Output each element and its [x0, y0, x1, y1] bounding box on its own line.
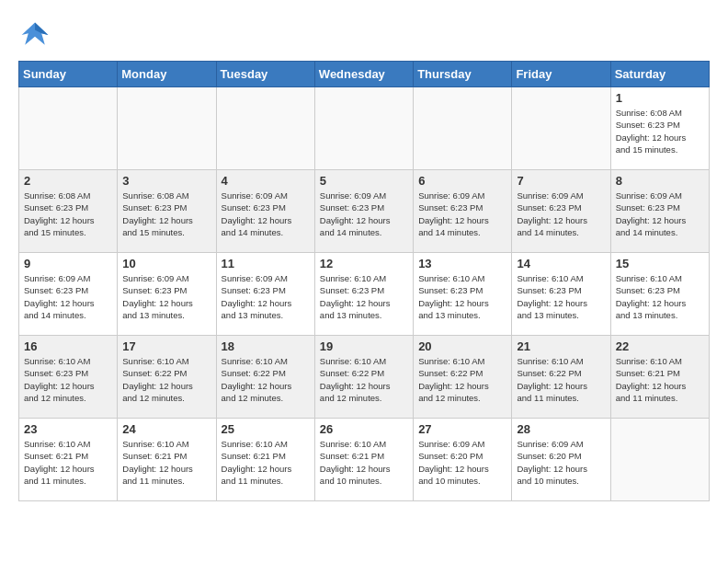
day-info: Sunrise: 6:09 AMSunset: 6:23 PMDaylight:…	[616, 190, 704, 238]
calendar-cell: 26Sunrise: 6:10 AMSunset: 6:21 PMDayligh…	[314, 419, 413, 501]
calendar-cell: 5Sunrise: 6:09 AMSunset: 6:23 PMDaylight…	[314, 170, 413, 253]
header	[18, 18, 710, 52]
weekday-header-friday: Friday	[512, 62, 610, 87]
day-info: Sunrise: 6:10 AMSunset: 6:22 PMDaylight:…	[418, 355, 506, 404]
day-number: 5	[320, 174, 408, 188]
day-info: Sunrise: 6:09 AMSunset: 6:23 PMDaylight:…	[320, 190, 408, 238]
calendar-cell: 17Sunrise: 6:10 AMSunset: 6:22 PMDayligh…	[118, 336, 216, 419]
day-number: 20	[418, 339, 506, 353]
day-info: Sunrise: 6:10 AMSunset: 6:21 PMDaylight:…	[222, 438, 310, 487]
day-number: 27	[418, 422, 506, 436]
calendar-cell: 25Sunrise: 6:10 AMSunset: 6:21 PMDayligh…	[216, 419, 314, 501]
calendar-cell: 13Sunrise: 6:10 AMSunset: 6:23 PMDayligh…	[414, 253, 512, 336]
day-number: 11	[222, 257, 310, 270]
day-info: Sunrise: 6:08 AMSunset: 6:23 PMDaylight:…	[122, 190, 210, 238]
calendar-cell: 16Sunrise: 6:10 AMSunset: 6:23 PMDayligh…	[19, 336, 118, 419]
weekday-header-saturday: Saturday	[610, 62, 709, 87]
day-info: Sunrise: 6:08 AMSunset: 6:23 PMDaylight:…	[24, 190, 112, 238]
day-info: Sunrise: 6:09 AMSunset: 6:23 PMDaylight:…	[222, 272, 310, 321]
day-number: 22	[616, 339, 704, 353]
day-number: 16	[24, 339, 112, 353]
day-info: Sunrise: 6:10 AMSunset: 6:21 PMDaylight:…	[122, 438, 210, 487]
day-number: 6	[418, 174, 506, 188]
day-info: Sunrise: 6:10 AMSunset: 6:23 PMDaylight:…	[24, 355, 112, 404]
day-number: 23	[24, 422, 112, 436]
day-info: Sunrise: 6:10 AMSunset: 6:23 PMDaylight:…	[320, 272, 408, 321]
day-info: Sunrise: 6:10 AMSunset: 6:22 PMDaylight:…	[122, 355, 210, 404]
day-info: Sunrise: 6:09 AMSunset: 6:23 PMDaylight:…	[122, 272, 210, 321]
day-number: 15	[616, 257, 704, 270]
calendar-cell: 12Sunrise: 6:10 AMSunset: 6:23 PMDayligh…	[314, 253, 413, 336]
day-number: 21	[517, 339, 605, 353]
day-info: Sunrise: 6:10 AMSunset: 6:22 PMDaylight:…	[222, 355, 310, 404]
calendar-cell: 20Sunrise: 6:10 AMSunset: 6:22 PMDayligh…	[414, 336, 512, 419]
day-number: 9	[24, 257, 112, 270]
calendar-cell	[610, 419, 709, 501]
week-row-2: 2Sunrise: 6:08 AMSunset: 6:23 PMDaylight…	[19, 170, 710, 253]
calendar-cell	[414, 87, 512, 170]
day-number: 28	[517, 422, 605, 436]
day-info: Sunrise: 6:10 AMSunset: 6:22 PMDaylight:…	[517, 355, 605, 404]
day-info: Sunrise: 6:08 AMSunset: 6:23 PMDaylight:…	[616, 107, 704, 155]
logo	[18, 18, 55, 52]
week-row-5: 23Sunrise: 6:10 AMSunset: 6:21 PMDayligh…	[19, 419, 710, 501]
day-number: 26	[320, 422, 408, 436]
day-number: 24	[122, 422, 210, 436]
calendar-cell: 2Sunrise: 6:08 AMSunset: 6:23 PMDaylight…	[19, 170, 118, 253]
calendar-cell: 15Sunrise: 6:10 AMSunset: 6:23 PMDayligh…	[610, 253, 709, 336]
day-info: Sunrise: 6:10 AMSunset: 6:23 PMDaylight:…	[418, 272, 506, 321]
day-number: 25	[222, 422, 310, 436]
calendar-cell: 10Sunrise: 6:09 AMSunset: 6:23 PMDayligh…	[118, 253, 216, 336]
day-number: 8	[616, 174, 704, 188]
calendar-cell: 8Sunrise: 6:09 AMSunset: 6:23 PMDaylight…	[610, 170, 709, 253]
day-info: Sunrise: 6:09 AMSunset: 6:23 PMDaylight:…	[418, 190, 506, 238]
day-number: 4	[222, 174, 310, 188]
weekday-header-thursday: Thursday	[414, 62, 512, 87]
day-info: Sunrise: 6:09 AMSunset: 6:20 PMDaylight:…	[418, 438, 506, 487]
day-number: 3	[122, 174, 210, 188]
calendar-cell: 21Sunrise: 6:10 AMSunset: 6:22 PMDayligh…	[512, 336, 610, 419]
day-info: Sunrise: 6:09 AMSunset: 6:23 PMDaylight:…	[222, 190, 310, 238]
calendar-cell: 6Sunrise: 6:09 AMSunset: 6:23 PMDaylight…	[414, 170, 512, 253]
calendar-cell	[314, 87, 413, 170]
calendar-cell: 24Sunrise: 6:10 AMSunset: 6:21 PMDayligh…	[118, 419, 216, 501]
day-info: Sunrise: 6:09 AMSunset: 6:23 PMDaylight:…	[24, 272, 112, 321]
calendar-cell: 14Sunrise: 6:10 AMSunset: 6:23 PMDayligh…	[512, 253, 610, 336]
week-row-4: 16Sunrise: 6:10 AMSunset: 6:23 PMDayligh…	[19, 336, 710, 419]
day-number: 19	[320, 339, 408, 353]
calendar: SundayMondayTuesdayWednesdayThursdayFrid…	[18, 61, 710, 501]
day-info: Sunrise: 6:10 AMSunset: 6:23 PMDaylight:…	[517, 272, 605, 321]
page: SundayMondayTuesdayWednesdayThursdayFrid…	[0, 0, 728, 520]
calendar-cell: 11Sunrise: 6:09 AMSunset: 6:23 PMDayligh…	[216, 253, 314, 336]
calendar-cell: 27Sunrise: 6:09 AMSunset: 6:20 PMDayligh…	[414, 419, 512, 501]
week-row-3: 9Sunrise: 6:09 AMSunset: 6:23 PMDaylight…	[19, 253, 710, 336]
day-info: Sunrise: 6:10 AMSunset: 6:21 PMDaylight:…	[320, 438, 408, 487]
day-info: Sunrise: 6:10 AMSunset: 6:23 PMDaylight:…	[616, 272, 704, 321]
day-info: Sunrise: 6:09 AMSunset: 6:23 PMDaylight:…	[517, 190, 605, 238]
calendar-cell: 18Sunrise: 6:10 AMSunset: 6:22 PMDayligh…	[216, 336, 314, 419]
day-number: 2	[24, 174, 112, 188]
weekday-header-sunday: Sunday	[19, 62, 118, 87]
calendar-cell	[118, 87, 216, 170]
weekday-header-row: SundayMondayTuesdayWednesdayThursdayFrid…	[19, 62, 710, 87]
calendar-cell: 23Sunrise: 6:10 AMSunset: 6:21 PMDayligh…	[19, 419, 118, 501]
calendar-cell	[512, 87, 610, 170]
day-number: 13	[418, 257, 506, 270]
calendar-cell	[19, 87, 118, 170]
calendar-cell: 28Sunrise: 6:09 AMSunset: 6:20 PMDayligh…	[512, 419, 610, 501]
calendar-cell: 22Sunrise: 6:10 AMSunset: 6:21 PMDayligh…	[610, 336, 709, 419]
weekday-header-monday: Monday	[118, 62, 216, 87]
calendar-cell: 9Sunrise: 6:09 AMSunset: 6:23 PMDaylight…	[19, 253, 118, 336]
day-number: 10	[122, 257, 210, 270]
calendar-cell	[216, 87, 314, 170]
calendar-cell: 4Sunrise: 6:09 AMSunset: 6:23 PMDaylight…	[216, 170, 314, 253]
calendar-cell: 3Sunrise: 6:08 AMSunset: 6:23 PMDaylight…	[118, 170, 216, 253]
weekday-header-tuesday: Tuesday	[216, 62, 314, 87]
day-info: Sunrise: 6:09 AMSunset: 6:20 PMDaylight:…	[517, 438, 605, 487]
day-number: 17	[122, 339, 210, 353]
day-number: 14	[517, 257, 605, 270]
weekday-header-wednesday: Wednesday	[314, 62, 413, 87]
calendar-cell: 1Sunrise: 6:08 AMSunset: 6:23 PMDaylight…	[610, 87, 709, 170]
week-row-1: 1Sunrise: 6:08 AMSunset: 6:23 PMDaylight…	[19, 87, 710, 170]
day-number: 7	[517, 174, 605, 188]
